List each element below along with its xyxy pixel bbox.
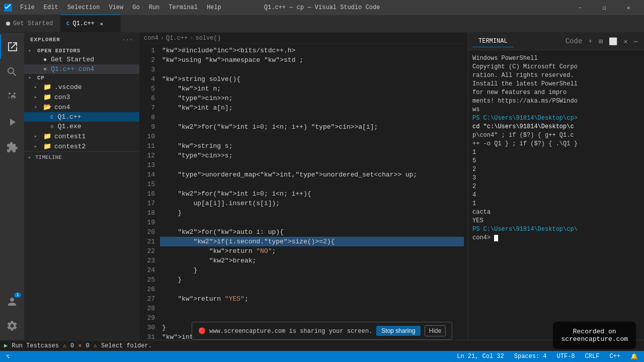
status-remote[interactable]: ⌥ <box>4 353 12 360</box>
open-editors-chevron: ▾ <box>28 48 35 54</box>
menu-run[interactable]: Run <box>145 2 164 13</box>
code-content[interactable]: "kw">#include"inc"><bits/stdc++.h>"kw">u… <box>160 46 468 340</box>
terminal-header: TERMINAL Code + ⊞ ⬜ ✕ ⋯ <box>468 33 644 50</box>
terminal-tab[interactable]: TERMINAL <box>472 36 514 47</box>
activity-extensions[interactable] <box>0 135 24 159</box>
con3-folder[interactable]: ▸ 📁 con3 <box>24 92 139 102</box>
tab-bar: Get Started C Q1.c++ ✕ <box>0 15 644 33</box>
status-right: Ln 21, Col 32 Spaces: 4 UTF-8 CRLF C++ 🔔 <box>455 353 640 360</box>
watermark: Recorded on screencapture.com <box>553 322 636 349</box>
line-numbers: 1234567891011121314151617181920212223242… <box>140 46 160 340</box>
error-icon: ✕ <box>78 342 82 349</box>
open-editor-q1-cpp[interactable]: ▸ ✕ Q1.c++ con4 <box>24 64 139 74</box>
activity-run-debug[interactable] <box>0 110 24 134</box>
terminal-add[interactable]: + <box>586 36 594 47</box>
open-editor-get-started[interactable]: ▸ ● Get Started <box>24 55 139 64</box>
menu-go[interactable]: Go <box>128 2 143 13</box>
get-started-icon <box>6 22 10 26</box>
activity-accounts[interactable]: 1 <box>0 290 24 314</box>
tab-q1-cpp[interactable]: C Q1.c++ ✕ <box>60 15 121 32</box>
vscode-folder[interactable]: ▸ 📁 .vscode <box>24 82 139 92</box>
con4-folder[interactable]: ▾ 📂 con4 <box>24 102 139 112</box>
breadcrumb-file[interactable]: Q1.c++ <box>166 35 188 42</box>
maximize-button[interactable]: ◻ <box>593 0 616 15</box>
status-bar: ⌥ Ln 21, Col 32 Spaces: 4 UTF-8 CRLF C++… <box>0 351 644 362</box>
activity-search[interactable] <box>0 60 24 84</box>
hide-sharing-button[interactable]: Hide <box>424 325 446 336</box>
warning-icon: ⚠ <box>63 342 66 349</box>
folder-warning-icon: ⚠ <box>94 342 97 349</box>
q1-exe-file[interactable]: ▸ ⚙ Q1.exe <box>24 122 139 131</box>
minimize-button[interactable]: – <box>569 0 592 15</box>
menu-help[interactable]: Help <box>203 2 225 13</box>
terminal-body[interactable]: Windows PowerShellCopyright (C) Microsof… <box>468 50 644 340</box>
breadcrumb-root[interactable]: con4 <box>144 35 158 42</box>
tab-q1-cpp-label: Q1.c++ <box>73 20 95 27</box>
status-left: ⌥ <box>4 353 12 360</box>
menu-selection[interactable]: Selection <box>63 2 104 13</box>
menu-view[interactable]: View <box>105 2 127 13</box>
screen-share-text: 🔴 www.screencapture.com is sharing your … <box>198 327 372 335</box>
menu-file[interactable]: File <box>16 2 39 13</box>
breadcrumb: con4 › Q1.c++ › solve() <box>140 33 468 44</box>
terminal-actions: Code + ⊞ ⬜ ✕ ⋯ <box>564 36 640 47</box>
close-button[interactable]: ✕ <box>617 0 640 15</box>
contest1-folder[interactable]: ▸ 📁 contest1 <box>24 131 139 141</box>
screen-share-notification: 🔴 www.screencapture.com is sharing your … <box>192 322 452 340</box>
terminal-close[interactable]: ✕ <box>621 36 629 47</box>
cpp-file-icon: C <box>66 21 70 27</box>
breadcrumb-symbol[interactable]: solve() <box>195 35 220 42</box>
contest1-chevron: ▸ <box>34 133 41 139</box>
titlebar-left: File Edit Selection View Go Run Terminal… <box>4 2 225 13</box>
open-editors-header[interactable]: ▾ OPEN EDITORS <box>24 47 139 55</box>
terminal-sub-tab[interactable]: Code <box>564 36 585 47</box>
app-icon <box>4 4 12 12</box>
warning-count: 0 <box>70 342 74 349</box>
titlebar: File Edit Selection View Go Run Terminal… <box>0 0 644 15</box>
terminal-split[interactable]: ⊞ <box>597 36 605 47</box>
tab-close-button[interactable]: ✕ <box>98 20 106 28</box>
stop-sharing-button[interactable]: Stop sharing <box>376 326 420 336</box>
run-icon: ▶ <box>4 342 8 349</box>
activity-explorer[interactable] <box>0 35 24 59</box>
run-testcases-label[interactable]: Run Testcases <box>12 342 59 349</box>
cp-chevron: ▾ <box>28 75 35 81</box>
sidebar: EXPLORER ··· ▾ OPEN EDITORS ▸ ● Get Star… <box>24 33 140 340</box>
cp-section: ▾ CP ▸ 📁 .vscode ▸ 📁 con3 ▾ 📂 con4 ▸ C <box>24 74 139 151</box>
terminal-maximize[interactable]: ⬜ <box>607 36 619 47</box>
code-editor[interactable]: 1234567891011121314151617181920212223242… <box>140 44 468 340</box>
terminal-panel: TERMINAL Code + ⊞ ⬜ ✕ ⋯ Windows PowerShe… <box>468 33 644 340</box>
watermark-line2: screencapture.com <box>561 335 628 343</box>
watermark-line1: Recorded on <box>561 328 628 335</box>
tab-get-started[interactable]: Get Started <box>0 15 60 32</box>
run-testcases-bar: ▶ Run Testcases ⚠ 0 ✕ 0 ⚠ Select folder. <box>0 340 644 351</box>
terminal-more[interactable]: ⋯ <box>632 36 640 47</box>
status-bell[interactable]: 🔔 <box>628 353 640 360</box>
folder-message[interactable]: Select folder. <box>101 342 152 349</box>
main-area: 1 EXPLORER ··· ▾ OPEN EDITORS ▸ ● Get St… <box>0 33 644 340</box>
contest2-folder[interactable]: ▸ 📁 contest2 <box>24 141 139 151</box>
cp-header[interactable]: ▾ CP <box>24 74 139 82</box>
explorer-menu[interactable]: ··· <box>122 37 133 43</box>
status-eol[interactable]: CRLF <box>583 353 602 360</box>
tab-get-started-label: Get Started <box>13 20 53 27</box>
contest2-chevron: ▸ <box>34 143 41 149</box>
timeline-chevron: ▸ <box>28 154 35 160</box>
timeline-header[interactable]: ▸ TIMELINE <box>24 151 139 162</box>
accounts-badge: 1 <box>14 293 21 298</box>
activity-source-control[interactable] <box>0 85 24 109</box>
activity-settings[interactable] <box>0 314 24 338</box>
status-language[interactable]: C++ <box>607 353 622 360</box>
editor-area: con4 › Q1.c++ › solve() 1234567891011121… <box>140 33 468 340</box>
error-count: 0 <box>86 342 90 349</box>
status-spaces[interactable]: Spaces: 4 <box>512 353 549 360</box>
window-controls: – ◻ ✕ <box>569 0 640 15</box>
status-position[interactable]: Ln 21, Col 32 <box>455 353 506 360</box>
open-editors-section: ▾ OPEN EDITORS ▸ ● Get Started ▸ ✕ Q1.c+… <box>24 47 139 74</box>
menu-edit[interactable]: Edit <box>40 2 62 13</box>
menu-terminal[interactable]: Terminal <box>165 2 202 13</box>
activity-bar: 1 <box>0 33 24 340</box>
q1-cpp-file[interactable]: ▸ C Q1.c++ <box>24 112 139 122</box>
status-encoding[interactable]: UTF-8 <box>555 353 577 360</box>
menu-bar: File Edit Selection View Go Run Terminal… <box>16 2 225 13</box>
